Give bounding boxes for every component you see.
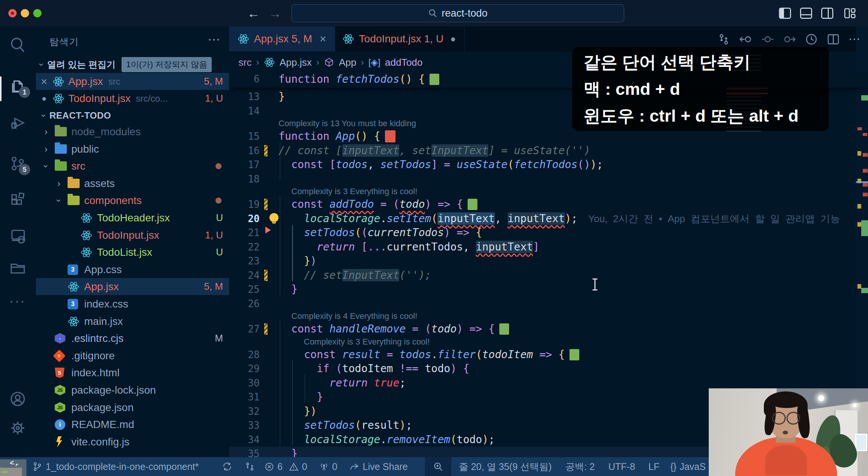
codelens-complexity[interactable]: Complexity is 3 Everything is cool! bbox=[304, 336, 430, 348]
code-line[interactable]: const handleRemove = (todo) => { bbox=[279, 322, 509, 336]
code-line[interactable]: } bbox=[279, 90, 285, 104]
toggle-panel-icon[interactable] bbox=[800, 8, 812, 19]
code-line[interactable]: function App() { bbox=[279, 129, 396, 144]
change-marker-icon[interactable] bbox=[761, 32, 774, 46]
close-window-button[interactable] bbox=[8, 9, 17, 17]
git-compare-icon[interactable] bbox=[717, 32, 731, 46]
tree-item-src[interactable]: ›src bbox=[36, 158, 229, 175]
open-editor-item[interactable]: ×App.jsxsrc5, M bbox=[36, 73, 229, 90]
open-editor-item[interactable]: ●TodoInput.jsxsrc/co...1, U bbox=[36, 90, 229, 107]
eol-item[interactable]: LF bbox=[648, 457, 659, 476]
tree-item-todolist-jsx[interactable]: TodoList.jsxU bbox=[36, 244, 229, 261]
tree-item-index-css[interactable]: 3index.css bbox=[36, 295, 229, 312]
customize-layout-icon[interactable] bbox=[844, 8, 856, 19]
extensions-view-icon[interactable] bbox=[9, 192, 26, 209]
split-editor-icon[interactable] bbox=[826, 32, 840, 46]
folder-view-icon[interactable] bbox=[9, 260, 26, 277]
explorer-view-icon[interactable]: 1 bbox=[9, 77, 26, 95]
problems-item[interactable]: 6 0 bbox=[264, 457, 307, 476]
run-debug-view-icon[interactable] bbox=[9, 114, 26, 131]
lightbulb-icon[interactable] bbox=[269, 213, 279, 222]
previous-change-icon[interactable] bbox=[739, 32, 753, 46]
settings-gear-icon[interactable] bbox=[9, 419, 26, 437]
tree-item-app-jsx[interactable]: App.jsx5, M bbox=[36, 278, 229, 295]
open-editors-section-header[interactable]: › 열려 있는 편집기 1이(가) 저장되지 않음 bbox=[36, 56, 229, 73]
sync-changes-icon[interactable] bbox=[222, 457, 232, 476]
code-line[interactable]: // const [inputText, setInputText] = use… bbox=[279, 144, 590, 158]
ports-item[interactable]: 0 bbox=[319, 457, 337, 476]
codelens-complexity[interactable]: Complexity is 3 Everything is cool! bbox=[291, 186, 417, 197]
cursor-position-item[interactable]: 줄 20, 열 35(9 선택됨) bbox=[459, 457, 552, 476]
tree-item-package-lock-json[interactable]: JSpackage-lock.json bbox=[36, 382, 229, 399]
line-number: 24 bbox=[226, 268, 260, 283]
remote-explorer-view-icon[interactable] bbox=[9, 227, 26, 245]
code-line[interactable]: if (todoItem !== todo) { bbox=[279, 362, 469, 376]
tree-item-readme-md[interactable]: iREADME.md bbox=[36, 416, 229, 433]
tree-item--eslintrc-cjs[interactable]: ◦.eslintrc.cjsM bbox=[36, 330, 229, 347]
unsaved-dot-icon[interactable]: ● bbox=[450, 34, 456, 44]
code-line[interactable]: return true; bbox=[279, 376, 406, 390]
encoding-item[interactable]: UTF-8 bbox=[608, 457, 635, 476]
more-actions-icon[interactable]: ⋯ bbox=[848, 32, 860, 46]
tree-item-assets[interactable]: ›assets bbox=[36, 175, 229, 192]
maximize-window-button[interactable] bbox=[33, 9, 42, 17]
tree-item-todoinput-jsx[interactable]: TodoInput.jsx1, U bbox=[36, 227, 229, 244]
codelens-complexity[interactable]: Complexity is 13 You must be kidding bbox=[279, 118, 416, 129]
tree-item-public[interactable]: ›public bbox=[36, 141, 229, 158]
live-share-item[interactable]: Live Share bbox=[349, 457, 408, 476]
tree-item-todoheader-jsx[interactable]: TodoHeader.jsxU bbox=[36, 209, 229, 226]
source-control-view-icon[interactable]: 5 bbox=[9, 155, 26, 172]
code-token: } bbox=[279, 90, 285, 103]
code-line[interactable]: const [todos, setTodos] = useState(fetch… bbox=[279, 158, 603, 172]
breadcrumb-src[interactable]: src bbox=[239, 57, 252, 68]
tree-item-package-json[interactable]: JSpackage.json bbox=[36, 399, 229, 416]
accounts-icon[interactable] bbox=[9, 390, 26, 408]
indentation-item[interactable]: 공백: 2 bbox=[565, 457, 595, 476]
breadcrumb-method[interactable]: addTodo bbox=[385, 57, 423, 68]
close-editor-icon[interactable]: × bbox=[36, 75, 52, 88]
code-line[interactable]: const result = todos.filter(todoItem => … bbox=[279, 348, 579, 362]
tab-app-jsx[interactable]: App.jsx 5, M× bbox=[229, 26, 335, 51]
codelens-complexity[interactable]: Complexity is 4 Everything is cool! bbox=[291, 311, 417, 322]
code-line[interactable]: } bbox=[279, 282, 298, 297]
zoom-status-icon[interactable] bbox=[425, 457, 451, 476]
minimize-window-button[interactable] bbox=[21, 9, 29, 17]
tree-item-label: components bbox=[84, 195, 142, 207]
back-arrow-icon[interactable]: ← bbox=[247, 6, 260, 20]
code-line[interactable]: }) bbox=[279, 254, 317, 268]
code-line[interactable]: } bbox=[279, 390, 323, 404]
code-line[interactable]: localStorage.removeItem(todo); bbox=[279, 433, 495, 447]
project-root-header[interactable]: › REACT-TODO bbox=[36, 107, 229, 124]
sidebar-more-actions-icon[interactable]: ⋯ bbox=[208, 32, 220, 47]
search-view-icon[interactable] bbox=[9, 36, 26, 53]
forward-arrow-icon[interactable]: → bbox=[269, 6, 282, 20]
tree-item-main-jsx[interactable]: main.jsx bbox=[36, 313, 229, 330]
git-branch-item[interactable]: 1_todo-complete-in-one-component* bbox=[32, 457, 199, 476]
tree-item--gitignore[interactable]: ⑂.gitignore bbox=[36, 347, 229, 364]
timeline-history-icon[interactable] bbox=[805, 32, 818, 46]
code-line[interactable]: const addTodo = (todo) => { bbox=[279, 197, 477, 212]
tree-item-node-modules[interactable]: ›node_modules bbox=[36, 123, 229, 140]
toggle-secondary-sidebar-icon[interactable] bbox=[821, 8, 833, 19]
code-line[interactable]: localStorage.setItem(inputText, inputTex… bbox=[279, 212, 840, 226]
close-tab-icon[interactable]: × bbox=[320, 32, 326, 45]
command-center-search[interactable]: react-todo bbox=[291, 4, 624, 22]
language-mode-item[interactable]: {} JavaS bbox=[670, 457, 706, 476]
unsaved-dot-icon[interactable]: ● bbox=[36, 94, 52, 104]
code-line[interactable]: // setInputText(''); bbox=[279, 268, 431, 283]
code-line[interactable]: }) bbox=[279, 404, 317, 419]
tree-item-index-html[interactable]: 5index.html bbox=[36, 364, 229, 381]
breadcrumb-symbol[interactable]: App bbox=[339, 57, 356, 68]
additional-views-icon[interactable]: ··· bbox=[9, 293, 26, 311]
code-line[interactable]: setTodos((currentTodos) => { bbox=[279, 226, 482, 240]
tree-item-app-css[interactable]: 3App.css bbox=[36, 261, 229, 278]
tree-item-vite-config-js[interactable]: vite.config.js bbox=[36, 433, 229, 450]
git-compare-item[interactable] bbox=[245, 457, 255, 476]
next-change-icon[interactable] bbox=[783, 32, 796, 46]
toggle-primary-sidebar-icon[interactable] bbox=[779, 8, 791, 19]
tree-item-components[interactable]: ›components bbox=[36, 192, 229, 209]
code-line[interactable]: setTodos(result); bbox=[279, 418, 412, 433]
code-line[interactable]: return [...currentTodos, inputText] bbox=[279, 240, 539, 254]
tab-todoinput-jsx[interactable]: TodoInput.jsx 1, U● bbox=[334, 26, 465, 51]
breadcrumb-file[interactable]: App.jsx bbox=[280, 57, 312, 68]
